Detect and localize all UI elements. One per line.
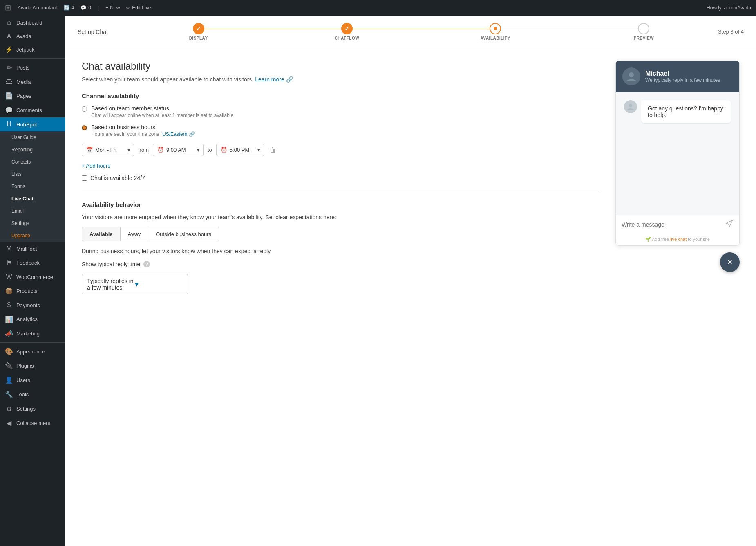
tab-available[interactable]: Available (82, 227, 121, 241)
stepper-circle-preview (638, 23, 649, 34)
sidebar-item-upgrade[interactable]: Upgrade (0, 229, 65, 242)
page-title: Chat availability (82, 61, 599, 72)
tab-away[interactable]: Away (121, 227, 149, 241)
page-body: Chat availability Select when your team … (65, 48, 756, 307)
sidebar-item-avada[interactable]: A Avada (0, 29, 65, 43)
availability-behavior-title: Availability behavior (82, 201, 599, 208)
chat-message-bubble: Got any questions? I'm happy to help. (641, 100, 731, 123)
radio-option-team-status: Based on team member status Chat will ap… (82, 105, 599, 118)
comments-icon: 💬 (81, 5, 87, 11)
chat-branding-link[interactable]: live chat (670, 237, 687, 242)
sidebar: ⌂ Dashboard A Avada ⚡ Jetpack ✏ Posts 🖼 … (0, 16, 65, 546)
tab-outside-hours[interactable]: Outside business hours (148, 227, 219, 241)
availability-behavior-desc: Your visitors are more engaged when they… (82, 214, 599, 220)
radio-business-hours-label[interactable]: Based on business hours (91, 124, 155, 130)
sidebar-item-jetpack[interactable]: ⚡ Jetpack (0, 43, 65, 57)
chat-send-button[interactable] (725, 219, 734, 229)
radio-business-hours[interactable] (82, 125, 87, 130)
to-time-dropdown[interactable]: 5:00 PM 4:00 PM 6:00 PM (230, 147, 259, 153)
radio-business-hours-desc: Hours are set in your time zone US/Easte… (91, 131, 195, 137)
from-time-select[interactable]: ⏰ 9:00 AM 8:00 AM 10:00 AM (153, 144, 204, 156)
sidebar-item-comments[interactable]: 💬 Comments (0, 103, 65, 117)
chat-branding: 🌱 Add free live chat to your site (616, 234, 739, 245)
stepper-step-display[interactable]: ✓ DISPLAY (124, 23, 273, 40)
chat-branding-prefix: 🌱 (645, 237, 651, 242)
stepper-step-availability[interactable]: AVAILABILITY (421, 23, 570, 40)
sidebar-item-settings[interactable]: ⚙ Settings (0, 402, 65, 416)
sidebar-item-woocommerce[interactable]: W WooCommerce (0, 270, 65, 284)
from-label: from (138, 147, 149, 153)
updates-icon: 🔄 (64, 5, 70, 11)
checkbox-24-7-row: Chat is available 24/7 (82, 175, 599, 181)
sidebar-item-payments[interactable]: $ Payments (0, 298, 65, 312)
sidebar-item-forms[interactable]: Forms (0, 180, 65, 193)
checkbox-24-7-label[interactable]: Chat is available 24/7 (90, 175, 145, 181)
sidebar-item-reporting[interactable]: Reporting (0, 144, 65, 156)
appearance-icon: 🎨 (5, 348, 13, 355)
sidebar-item-email[interactable]: Email (0, 205, 65, 217)
feedback-icon: ⚑ (5, 259, 13, 267)
admin-bar-comments[interactable]: 💬 0 (81, 5, 91, 11)
admin-bar-updates[interactable]: 🔄 4 (64, 5, 74, 11)
sidebar-item-user-guide[interactable]: User Guide (0, 131, 65, 144)
from-time-dropdown[interactable]: 9:00 AM 8:00 AM 10:00 AM (166, 147, 199, 153)
stepper-label-display: DISPLAY (189, 36, 208, 40)
products-icon: 📦 (5, 287, 13, 295)
reply-time-select[interactable]: Typically replies in a few minutes ▾ (82, 274, 188, 294)
day-range-dropdown[interactable]: Mon - Fri Mon - Sun Sat - Sun (95, 147, 130, 153)
radio-team-status-label[interactable]: Based on team member status (91, 105, 169, 112)
sidebar-item-contacts[interactable]: Contacts (0, 156, 65, 168)
comments-nav-icon: 💬 (5, 106, 13, 114)
admin-bar-new[interactable]: + New (105, 5, 120, 11)
timezone-link[interactable]: US/Eastern 🔗 (162, 131, 195, 137)
admin-bar-edit-live[interactable]: ✏ Edit Live (126, 5, 151, 11)
sidebar-item-feedback[interactable]: ⚑ Feedback (0, 256, 65, 270)
stepper-steps: ✓ DISPLAY ✓ CHATFLOW AVAILABILITY (124, 23, 718, 40)
payments-icon: $ (5, 301, 13, 309)
sidebar-item-settings-hubspot[interactable]: Settings (0, 217, 65, 229)
avada-icon: A (5, 33, 13, 39)
info-icon[interactable]: ? (143, 261, 150, 267)
to-time-select[interactable]: ⏰ 5:00 PM 4:00 PM 6:00 PM (216, 144, 264, 156)
add-hours-link[interactable]: + Add hours (82, 163, 110, 169)
sidebar-item-products[interactable]: 📦 Products (0, 284, 65, 298)
chat-close-button[interactable]: × (720, 252, 740, 272)
sidebar-item-live-chat[interactable]: Live Chat (0, 193, 65, 205)
sidebar-item-users[interactable]: 👤 Users (0, 373, 65, 387)
chat-message-avatar (624, 100, 637, 113)
delete-time-button[interactable]: 🗑 (268, 145, 278, 155)
sidebar-item-posts[interactable]: ✏ Posts (0, 61, 65, 75)
sidebar-item-analytics[interactable]: 📊 Analytics (0, 312, 65, 326)
sidebar-item-hubspot[interactable]: H HubSpot (0, 117, 65, 131)
chat-agent-avatar (622, 67, 640, 85)
sidebar-item-dashboard[interactable]: ⌂ Dashboard (0, 16, 65, 29)
day-range-select[interactable]: 📅 Mon - Fri Mon - Sun Sat - Sun (82, 144, 134, 156)
stepper-step-num: Step 3 of 4 (718, 29, 744, 35)
radio-team-status[interactable] (82, 106, 87, 112)
checkbox-24-7[interactable] (82, 175, 87, 181)
wp-logo-icon: ⊞ (5, 3, 11, 12)
pages-icon: 📄 (5, 92, 13, 100)
sidebar-item-pages[interactable]: 📄 Pages (0, 89, 65, 103)
stepper-step-preview[interactable]: PREVIEW (570, 23, 718, 40)
stepper-step-chatflow[interactable]: ✓ CHATFLOW (273, 23, 421, 40)
admin-bar-howdy[interactable]: Howdy, adminAvada (707, 5, 751, 11)
reply-time-value: Typically replies in a few minutes (87, 278, 135, 291)
sidebar-item-plugins[interactable]: 🔌 Plugins (0, 359, 65, 373)
chat-message-row: Got any questions? I'm happy to help. (624, 100, 731, 123)
learn-more-link[interactable]: Learn more 🔗 (255, 76, 293, 83)
sidebar-item-appearance[interactable]: 🎨 Appearance (0, 344, 65, 359)
radio-option-business-hours: Based on business hours Hours are set in… (82, 124, 599, 137)
sidebar-item-tools[interactable]: 🔧 Tools (0, 387, 65, 402)
chat-agent-name: Michael (645, 70, 733, 77)
admin-bar-site-name[interactable]: Avada Accountant (18, 5, 57, 11)
dashboard-icon: ⌂ (5, 19, 13, 26)
sidebar-item-lists[interactable]: Lists (0, 168, 65, 180)
sidebar-item-mailpoet[interactable]: M MailPoet (0, 242, 65, 256)
app-layout: ⌂ Dashboard A Avada ⚡ Jetpack ✏ Posts 🖼 … (0, 16, 756, 546)
chat-header-text: Michael We typically reply in a few minu… (645, 70, 733, 83)
sidebar-item-collapse[interactable]: ◀ Collapse menu (0, 416, 65, 430)
sidebar-item-media[interactable]: 🖼 Media (0, 75, 65, 89)
chat-message-input[interactable] (622, 221, 722, 228)
sidebar-item-marketing[interactable]: 📣 Marketing (0, 326, 65, 341)
